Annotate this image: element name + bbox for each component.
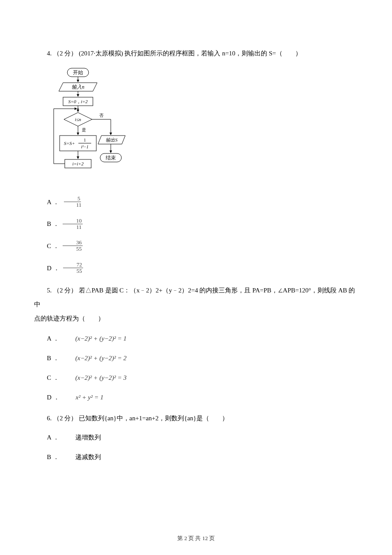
page-footer: 第 2 页 共 12 页 (0, 534, 392, 543)
q5-option-c: C ． (x−2)² + (y−2)² = 3 (34, 373, 358, 383)
option-text: 递增数列 (63, 432, 101, 442)
q4-option-d: D ． 72 55 (34, 262, 358, 275)
svg-point-5 (78, 108, 79, 110)
option-label: B ． (34, 452, 59, 462)
q5-option-b: B ． (x−2)² + (y−2)² = 2 (34, 353, 358, 363)
fc-yes: 是 (82, 127, 86, 132)
equation: (x−2)² + (y−2)² = 1 (63, 333, 127, 344)
fc-end: 结束 (106, 155, 116, 161)
option-label: D ． (34, 263, 60, 273)
question-4: 4. （2 分） (2017·太原模拟) 执行如图所示的程序框图，若输入 n=1… (34, 47, 358, 274)
option-label: B ． (34, 353, 59, 363)
fc-calc-num: 1 (84, 138, 86, 142)
fraction-5-11: 5 11 (63, 196, 83, 208)
q4-option-b: B ． 10 11 (34, 218, 358, 231)
option-label: B ． (34, 219, 59, 229)
question-5: 5. （2 分） 若△PAB 是圆 C：（x﹣2）2+（y﹣2）2=4 的内接三… (34, 283, 358, 402)
q5-option-d: D ． x² + y² = 1 (34, 392, 358, 402)
option-label: C ． (34, 241, 59, 251)
fc-cond: i≤n (75, 117, 81, 122)
flowchart-diagram: 开始 输入n S=0，i=2 i≤n 否 是 S=S+ (47, 67, 358, 185)
fraction-36-55: 36 55 (63, 240, 83, 252)
fc-no: 否 (99, 113, 104, 118)
fc-output: 输出S (106, 137, 118, 142)
fc-calc-den: i²−1 (81, 145, 89, 149)
q5-option-a: A ． (x−2)² + (y−2)² = 1 (34, 333, 358, 344)
option-label: A ． (34, 197, 59, 207)
fc-calc-prefix: S=S+ (64, 141, 75, 146)
q4-option-a: A ． 5 11 (34, 196, 358, 208)
fraction-10-11: 10 11 (63, 218, 83, 231)
fc-start: 开始 (73, 69, 83, 75)
fraction-72-55: 72 55 (63, 262, 83, 275)
equation: x² + y² = 1 (63, 392, 104, 402)
option-label: D ． (34, 392, 60, 402)
equation: (x−2)² + (y−2)² = 3 (63, 373, 127, 383)
q5-stem: 5. （2 分） 若△PAB 是圆 C：（x﹣2）2+（y﹣2）2=4 的内接三… (34, 283, 358, 326)
option-label: A ． (34, 333, 59, 344)
equation: (x−2)² + (y−2)² = 2 (63, 353, 127, 363)
q6-stem: 6. （2 分） 已知数列{an}中，an+1=an+2，则数列{an}是（ ） (34, 412, 358, 425)
q6-option-a: A ． 递增数列 (34, 432, 358, 442)
fc-inc: i=i+2 (72, 161, 84, 166)
option-label: C ． (34, 373, 59, 383)
option-label: A ． (34, 432, 59, 442)
q4-stem: 4. （2 分） (2017·太原模拟) 执行如图所示的程序框图，若输入 n=1… (34, 47, 358, 60)
option-text: 递减数列 (63, 452, 101, 462)
fc-init: S=0，i=2 (68, 99, 88, 104)
fc-input: 输入n (72, 84, 84, 90)
q6-option-b: B ． 递减数列 (34, 452, 358, 462)
q4-option-c: C ． 36 55 (34, 240, 358, 252)
question-6: 6. （2 分） 已知数列{an}中，an+1=an+2，则数列{an}是（ ）… (34, 412, 358, 462)
